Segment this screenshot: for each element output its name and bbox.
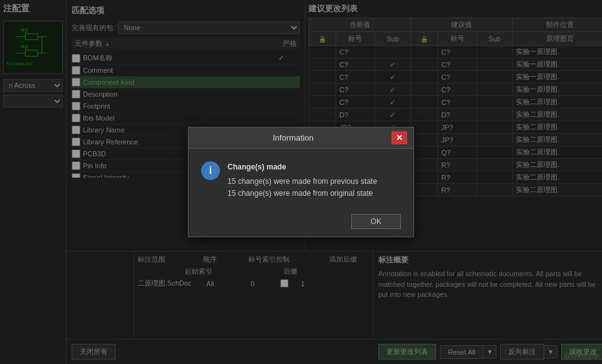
dialog-body: i Change(s) made 15 change(s) were made … (189, 149, 413, 210)
info-icon: i (201, 161, 220, 180)
dialog-ok-button[interactable]: OK (351, 214, 401, 229)
information-dialog: Information ✕ i Change(s) made 15 change… (188, 127, 414, 238)
dialog-msg-title: Change(s) made (227, 161, 377, 173)
dialog-line2: 15 change(s) were made from original sta… (227, 188, 377, 200)
dialog-footer: OK (189, 209, 413, 237)
dialog-line1: 15 change(s) were made from previous sta… (227, 176, 377, 188)
dialog-message: Change(s) made 15 change(s) were made fr… (227, 161, 377, 200)
dialog-title-bar: Information ✕ (189, 127, 413, 149)
dialog-overlay: Information ✕ i Change(s) made 15 change… (0, 0, 602, 364)
dialog-title: Information (195, 133, 391, 142)
dialog-close-button[interactable]: ✕ (391, 131, 407, 144)
